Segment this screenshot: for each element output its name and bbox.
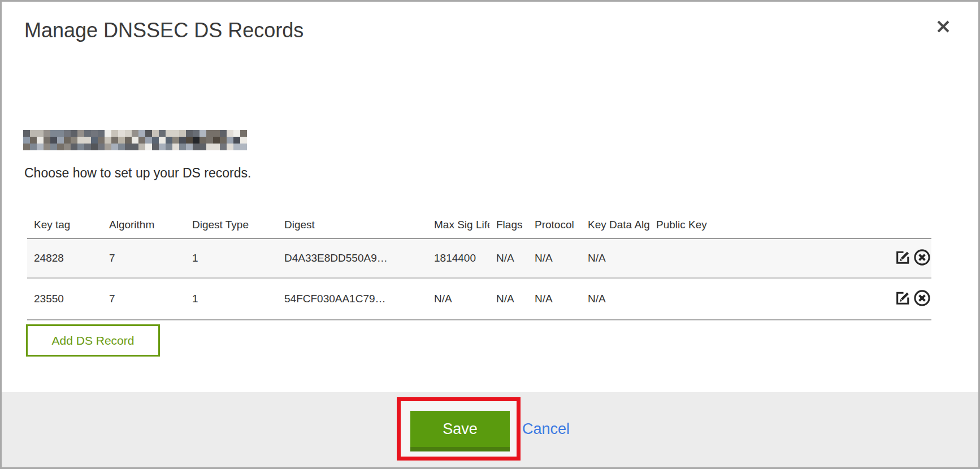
cell-flags: N/A xyxy=(489,278,528,320)
close-button[interactable] xyxy=(933,16,953,37)
col-actions xyxy=(875,212,931,238)
delete-record-button[interactable] xyxy=(913,248,931,268)
edit-icon xyxy=(894,289,912,307)
modal-title: Manage DNSSEC DS Records xyxy=(24,19,303,42)
cell-key-tag: 23550 xyxy=(27,278,102,320)
cell-algorithm: 7 xyxy=(102,278,185,320)
footer-bar: Save Cancel xyxy=(2,392,978,467)
cell-flags: N/A xyxy=(489,238,528,278)
table-header-row: Key tag Algorithm Digest Type Digest Max… xyxy=(27,212,931,238)
col-key-tag: Key tag xyxy=(27,212,102,238)
col-public-key: Public Key xyxy=(649,212,875,238)
cell-actions xyxy=(875,278,931,320)
delete-icon xyxy=(913,248,931,267)
cell-key-tag: 24828 xyxy=(27,238,102,278)
col-digest-type: Digest Type xyxy=(185,212,277,238)
edit-record-button[interactable] xyxy=(894,249,912,268)
setup-instruction: Choose how to set up your DS records. xyxy=(24,166,251,181)
cancel-link[interactable]: Cancel xyxy=(522,411,570,447)
table-row: 23550 7 1 54FCF030AA1C79… N/A N/A N/A N/… xyxy=(27,278,931,320)
cell-digest: 54FCF030AA1C79… xyxy=(277,278,427,320)
cell-public-key xyxy=(649,238,875,278)
cell-digest-type: 1 xyxy=(185,278,277,320)
cell-key-data-alg: N/A xyxy=(581,238,649,278)
cell-public-key xyxy=(649,278,875,320)
cell-actions xyxy=(875,238,931,278)
col-max-sig-life: Max Sig Life xyxy=(427,212,489,238)
redacted-domain-name xyxy=(23,130,247,150)
cell-max-sig-life: N/A xyxy=(427,278,489,320)
delete-record-button[interactable] xyxy=(913,289,931,309)
col-flags: Flags xyxy=(489,212,528,238)
delete-icon xyxy=(913,289,931,307)
close-icon xyxy=(933,16,953,37)
save-button[interactable]: Save xyxy=(410,411,510,451)
table-row: 24828 7 1 D4A33E8DD550A9… 1814400 N/A N/… xyxy=(27,238,931,278)
col-digest: Digest xyxy=(277,212,427,238)
cell-protocol: N/A xyxy=(528,238,581,278)
edit-record-button[interactable] xyxy=(894,289,912,309)
manage-dnssec-modal: Manage DNSSEC DS Records Choose how to s… xyxy=(0,0,980,469)
col-key-data-alg: Key Data Alg xyxy=(581,212,649,238)
col-algorithm: Algorithm xyxy=(102,212,185,238)
cell-max-sig-life: 1814400 xyxy=(427,238,489,278)
ds-records-table: Key tag Algorithm Digest Type Digest Max… xyxy=(27,212,931,320)
cell-digest: D4A33E8DD550A9… xyxy=(277,238,427,278)
col-protocol: Protocol xyxy=(528,212,581,238)
add-ds-record-button[interactable]: Add DS Record xyxy=(26,324,160,357)
cell-key-data-alg: N/A xyxy=(581,278,649,320)
cell-digest-type: 1 xyxy=(185,238,277,278)
cell-algorithm: 7 xyxy=(102,238,185,278)
edit-icon xyxy=(894,249,912,266)
cell-protocol: N/A xyxy=(528,278,581,320)
